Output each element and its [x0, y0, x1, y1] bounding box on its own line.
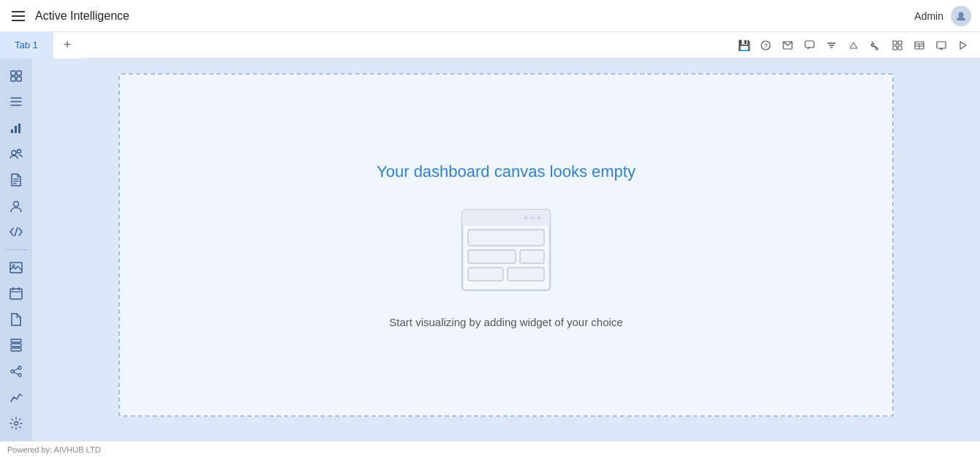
help-toolbar-icon[interactable]: ?	[756, 36, 775, 55]
content-area: Your dashboard canvas looks empty	[32, 58, 980, 441]
svg-rect-58	[508, 268, 544, 281]
svg-line-46	[14, 372, 18, 374]
svg-point-0	[959, 12, 964, 17]
grid-toolbar-icon[interactable]	[888, 36, 907, 55]
sidebar-item-chart[interactable]	[3, 116, 29, 140]
footer-label: Powered by: AIVHUB LTD	[7, 445, 101, 454]
menu-hamburger-button[interactable]	[9, 8, 28, 24]
canvas-subtitle: Start visualizing by adding widget of yo…	[389, 316, 622, 328]
play-toolbar-icon[interactable]	[954, 36, 973, 55]
svg-point-47	[15, 422, 18, 426]
sidebar-item-data[interactable]	[3, 334, 29, 358]
svg-point-51	[524, 216, 528, 220]
svg-point-31	[14, 201, 19, 206]
svg-rect-50	[462, 219, 550, 226]
tools-toolbar-icon[interactable]	[866, 36, 885, 55]
svg-point-27	[18, 149, 21, 153]
sidebar	[0, 58, 32, 441]
svg-point-34	[12, 265, 15, 267]
admin-label: Admin	[914, 10, 943, 22]
svg-point-52	[530, 216, 535, 220]
svg-rect-39	[11, 339, 21, 342]
mail-toolbar-icon[interactable]	[778, 36, 797, 55]
table-toolbar-icon[interactable]	[910, 36, 929, 55]
svg-rect-6	[898, 41, 902, 45]
svg-point-43	[18, 366, 21, 369]
main-layout: Your dashboard canvas looks empty	[0, 58, 980, 441]
svg-rect-17	[17, 71, 21, 75]
svg-rect-19	[17, 77, 21, 81]
header-right: Admin	[914, 6, 971, 26]
svg-rect-8	[898, 46, 902, 50]
sidebar-item-list[interactable]	[3, 91, 29, 114]
svg-line-32	[15, 227, 18, 236]
svg-rect-4	[805, 41, 814, 48]
tab-add-button[interactable]: +	[53, 32, 82, 58]
tab-bar: Tab 1 + 💾 ?	[0, 32, 980, 58]
header: Active Intelligence Admin	[0, 0, 980, 32]
svg-rect-5	[893, 41, 897, 45]
header-left: Active Intelligence	[9, 8, 129, 24]
sidebar-divider	[5, 249, 27, 250]
dashboard-canvas: Your dashboard canvas looks empty	[118, 73, 894, 417]
footer: Powered by: AIVHUB LTD	[0, 441, 980, 457]
filter1-toolbar-icon[interactable]	[822, 36, 841, 55]
svg-rect-40	[11, 344, 21, 347]
svg-rect-23	[11, 129, 13, 133]
svg-text:?: ?	[764, 42, 767, 50]
svg-point-42	[11, 370, 14, 373]
sidebar-item-image[interactable]	[3, 256, 29, 279]
sidebar-item-group[interactable]	[3, 143, 29, 166]
svg-rect-13	[937, 42, 946, 48]
filter2-toolbar-icon[interactable]	[844, 36, 863, 55]
widget-illustration	[455, 199, 557, 301]
svg-rect-16	[11, 71, 15, 75]
tab-tab1[interactable]: Tab 1	[0, 32, 53, 58]
svg-rect-25	[18, 124, 20, 133]
svg-rect-7	[893, 46, 897, 50]
save-toolbar-icon[interactable]: 💾	[734, 36, 753, 55]
sidebar-item-contact[interactable]	[3, 194, 29, 218]
svg-rect-41	[11, 348, 21, 351]
svg-point-26	[12, 151, 16, 155]
sidebar-item-file[interactable]	[3, 308, 29, 331]
svg-rect-54	[468, 230, 544, 246]
svg-rect-57	[468, 268, 503, 281]
sidebar-item-calendar[interactable]	[3, 282, 29, 306]
sidebar-item-document[interactable]	[3, 168, 29, 192]
svg-line-45	[14, 369, 18, 371]
toolbar: 💾 ?	[734, 36, 980, 55]
chat-toolbar-icon[interactable]	[800, 36, 819, 55]
svg-point-53	[537, 216, 541, 220]
svg-rect-56	[520, 250, 544, 263]
svg-rect-18	[11, 77, 15, 81]
svg-rect-24	[15, 126, 17, 133]
avatar[interactable]	[951, 6, 971, 26]
svg-point-44	[18, 374, 21, 377]
sidebar-item-settings[interactable]	[3, 412, 29, 435]
canvas-title: Your dashboard canvas looks empty	[377, 162, 636, 181]
sidebar-item-dashboard[interactable]	[3, 64, 29, 88]
svg-rect-35	[10, 289, 22, 299]
sidebar-item-tree[interactable]	[3, 360, 29, 383]
screen-toolbar-icon[interactable]	[932, 36, 951, 55]
app-title: Active Intelligence	[35, 10, 129, 23]
sidebar-item-code[interactable]	[3, 220, 29, 243]
svg-rect-55	[468, 250, 516, 263]
sidebar-item-analytics[interactable]	[3, 386, 29, 409]
